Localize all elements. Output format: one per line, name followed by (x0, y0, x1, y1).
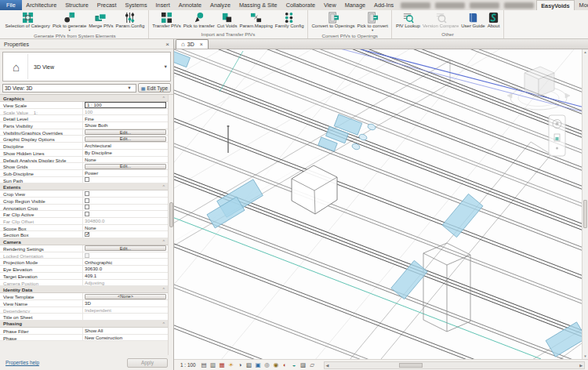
scroll-up-icon[interactable]: ▲ (583, 50, 588, 54)
visual-style-icon[interactable]: ▦ (219, 361, 226, 369)
tab-modify[interactable]: Modify (575, 0, 588, 10)
tab-redacted-16[interactable] (504, 2, 534, 9)
properties-help-link[interactable]: Properties help (5, 360, 39, 365)
tab-architecture[interactable]: Architecture (22, 0, 61, 10)
properties-scrollbar[interactable] (168, 95, 173, 355)
view-template-button[interactable]: <None> (85, 294, 166, 299)
navigation-bar[interactable] (549, 115, 565, 156)
property-value[interactable]: Independent (83, 307, 168, 314)
transfer-pfvs-button[interactable]: Transfer PfVs (151, 11, 182, 29)
property-value[interactable]: Adjusting (83, 280, 168, 286)
property-value[interactable]: Fine (83, 115, 168, 122)
close-icon[interactable]: × (165, 41, 169, 48)
crop-view-icon[interactable]: ▧ (245, 361, 252, 369)
property-value[interactable]: None (83, 157, 168, 163)
crop-region-icon[interactable]: ▣ (255, 361, 262, 369)
edit-button[interactable]: Edit... (85, 245, 166, 251)
section-header-extents[interactable]: Extents^ (0, 183, 168, 190)
scrollbar-thumb[interactable] (399, 363, 423, 368)
collapse-icon[interactable]: ^ (162, 239, 165, 244)
tab-easyvoids[interactable]: EasyVoids (536, 0, 575, 10)
tab-analyze[interactable]: Analyze (206, 0, 235, 10)
model-canvas[interactable]: ▲ ▼ (174, 49, 588, 359)
pick-to-convert-button[interactable]: Pick to convert▾ (356, 11, 389, 32)
property-value[interactable]: Edit... (83, 163, 168, 169)
collapse-icon[interactable]: ^ (162, 287, 165, 292)
view-cube[interactable] (507, 67, 570, 110)
convert-to-openings-button[interactable]: Convert to Openings (310, 11, 356, 29)
detail-level-icon[interactable]: ▥ (209, 361, 216, 369)
temporary-view-properties-icon[interactable]: ◒ (291, 361, 298, 369)
property-value[interactable]: 409.1 (83, 273, 168, 279)
checkbox-checked[interactable] (85, 232, 89, 237)
view-scale-input[interactable]: 1 : 100 (85, 102, 166, 108)
pfv-lookup-button[interactable]: PfV Lookup (394, 11, 421, 29)
property-value[interactable]: Orthographic (83, 259, 168, 265)
scroll-right-icon[interactable]: ▶ (579, 363, 583, 368)
edit-button[interactable]: Edit... (85, 129, 166, 135)
pick-to-transfer-button[interactable]: Pick to transfer (182, 11, 216, 29)
property-value[interactable]: 100 (83, 109, 168, 115)
property-value[interactable] (83, 252, 168, 259)
tab-insert[interactable]: Insert (151, 0, 174, 10)
tab-file[interactable]: File (0, 0, 22, 10)
merge-pfvs-button[interactable]: Merge PfVs (88, 11, 114, 29)
tab-systems[interactable]: Systems (121, 0, 151, 10)
section-header-camera[interactable]: Camera^ (0, 238, 168, 245)
section-header-identity-data[interactable]: Identity Data^ (0, 286, 168, 293)
edit-button[interactable]: Edit... (85, 136, 166, 142)
property-value[interactable] (83, 198, 168, 204)
close-view-icon[interactable]: × (200, 42, 203, 47)
property-value[interactable]: 30630.0 (83, 266, 168, 272)
edit-button[interactable]: Edit... (85, 164, 166, 169)
property-value[interactable] (83, 314, 168, 320)
tab-collaborate[interactable]: Collaborate (281, 0, 319, 10)
cut-voids-button[interactable]: Cut Voids (216, 11, 238, 29)
property-value[interactable] (83, 190, 168, 197)
checkbox[interactable] (85, 205, 89, 209)
tab-structure[interactable]: Structure (61, 0, 93, 10)
edit-type-button[interactable]: ▦ Edit Type (138, 83, 171, 92)
property-value[interactable]: New Construction (83, 335, 168, 341)
view-scale-icon[interactable]: ▤ (201, 361, 208, 369)
type-selector[interactable]: ⌂ 3D View ▼ (2, 52, 171, 82)
tab-redacted-13[interactable] (401, 2, 430, 9)
temporary-hide-isolate-icon[interactable]: ◎ (263, 361, 270, 369)
property-value[interactable] (83, 211, 168, 217)
property-value[interactable]: 3D (83, 300, 168, 307)
tab-manage[interactable]: Manage (340, 0, 369, 10)
property-value[interactable]: Edit... (83, 129, 168, 136)
collapse-icon[interactable]: ^ (162, 96, 165, 100)
apply-button[interactable]: Apply (127, 358, 168, 368)
scroll-down-icon[interactable]: ▼ (583, 354, 588, 358)
property-value[interactable]: Power (83, 170, 168, 176)
checkbox[interactable] (85, 212, 89, 216)
param-mapping-button[interactable]: Param.Mapping (238, 11, 274, 29)
property-value[interactable] (83, 205, 168, 211)
collapse-icon[interactable]: ^ (162, 184, 165, 189)
tab-view[interactable]: View (319, 0, 340, 10)
scroll-left-icon[interactable]: ◀ (326, 363, 329, 368)
checkbox[interactable] (85, 198, 89, 203)
canvas-vertical-scrollbar[interactable]: ▲ ▼ (582, 49, 588, 359)
view-selector[interactable]: 3D View: 3D ▼ (2, 84, 136, 92)
reveal-hidden-elements-icon[interactable]: ◉ (273, 361, 280, 369)
pick-to-generate-button[interactable]: Pick to generate▾ (51, 11, 87, 32)
tab-annotate[interactable]: Annotate (174, 0, 205, 10)
property-value[interactable] (83, 177, 168, 183)
tab-add-ins[interactable]: Add-Ins (370, 0, 398, 10)
sun-path-icon[interactable]: ☀ (227, 361, 234, 369)
view-tab-3d[interactable]: ⌂ 3D × (176, 39, 209, 49)
tab-massing-site[interactable]: Massing & Site (234, 0, 281, 10)
property-value[interactable]: None (83, 225, 168, 231)
property-value[interactable]: Show All (83, 328, 168, 334)
scrollbar-thumb[interactable] (169, 202, 173, 227)
canvas-horizontal-scrollbar[interactable]: ◀ ▶ (324, 361, 585, 369)
scrollbar-thumb[interactable] (583, 200, 587, 228)
section-header-graphics[interactable]: Graphics^ (0, 95, 168, 102)
worksharing-display-icon[interactable]: ◐ (281, 361, 289, 369)
property-value[interactable]: Edit... (83, 245, 168, 252)
property-value[interactable] (83, 231, 168, 238)
tab-redacted-14[interactable] (435, 2, 465, 9)
collapse-icon[interactable]: ^ (162, 321, 165, 326)
